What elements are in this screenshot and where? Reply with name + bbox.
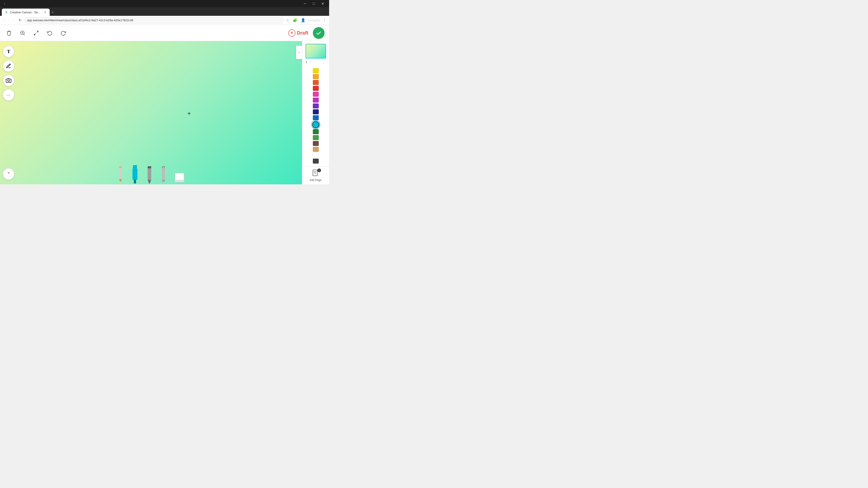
- color-swatch-purple[interactable]: [313, 103, 319, 108]
- block-eraser-tool[interactable]: [174, 166, 185, 184]
- block-eraser-icon: [174, 166, 185, 184]
- svg-line-1: [24, 34, 25, 35]
- app-toolbar: ✕ Draft: [0, 25, 329, 41]
- svg-marker-10: [120, 182, 121, 184]
- marker-icon: [131, 165, 139, 184]
- page-info: 1 ···: [306, 59, 326, 64]
- delete-button[interactable]: [4, 29, 13, 37]
- tabs-bar: S Creative Canvas - Seesaw ✕ +: [0, 7, 329, 16]
- gray-pen-tool[interactable]: [146, 166, 153, 184]
- pencil-icon: [117, 166, 124, 184]
- more-tools-button[interactable]: ···: [3, 89, 14, 101]
- incognito-label: Incognito: [308, 19, 320, 22]
- active-tab[interactable]: S Creative Canvas - Seesaw ✕: [2, 8, 50, 16]
- page-number: 1: [306, 60, 307, 64]
- svg-rect-8: [119, 168, 122, 179]
- svg-point-20: [163, 167, 164, 168]
- quote-tool-area: ": [3, 168, 14, 180]
- draft-label: Draft: [297, 30, 308, 36]
- canvas[interactable]: T ··· + ": [0, 41, 302, 184]
- svg-rect-25: [175, 180, 184, 182]
- svg-rect-11: [133, 165, 137, 168]
- eraser-pen-tool[interactable]: [160, 166, 167, 184]
- page-more-button[interactable]: ···: [309, 59, 313, 64]
- gray-pen-icon: [146, 166, 153, 184]
- forward-button[interactable]: →: [9, 18, 16, 23]
- text-tool-button[interactable]: T: [3, 46, 14, 57]
- color-swatch-dark-blue[interactable]: [313, 109, 319, 114]
- add-page-label: Add Page: [310, 178, 322, 182]
- tab-favicon: S: [4, 10, 8, 14]
- zoom-in-button[interactable]: [18, 29, 27, 37]
- title-bar: ‹ ─ □ ✕: [0, 0, 329, 7]
- profile-button[interactable]: 👤: [300, 17, 306, 23]
- pen-icon: [6, 63, 11, 69]
- new-tab-button[interactable]: +: [50, 9, 56, 16]
- close-button[interactable]: ✕: [319, 1, 327, 7]
- drawing-tools-bar: [110, 164, 192, 184]
- svg-rect-21: [162, 168, 165, 180]
- svg-rect-13: [134, 180, 136, 184]
- camera-tool-button[interactable]: [3, 74, 14, 86]
- add-page-icon-container: +: [312, 169, 319, 177]
- undo-button[interactable]: [45, 29, 54, 37]
- draft-icon: ✕: [288, 29, 296, 37]
- right-panel: › 1 ··· + Add Page: [302, 41, 329, 184]
- quote-icon: ": [8, 171, 9, 177]
- color-swatch-dark-gray[interactable]: [313, 159, 319, 164]
- eraser-pen-icon: [160, 166, 167, 184]
- color-swatch-orange[interactable]: [313, 74, 319, 79]
- menu-button[interactable]: ⋮: [322, 17, 327, 23]
- color-palette: [312, 68, 319, 164]
- color-swatch-red-orange[interactable]: [313, 80, 319, 85]
- back-button[interactable]: ←: [2, 18, 8, 23]
- reload-button[interactable]: ↻: [17, 17, 23, 23]
- main-area: T ··· + ": [0, 41, 329, 184]
- svg-line-4: [37, 31, 38, 33]
- left-toolbar: T ···: [3, 46, 14, 101]
- svg-point-6: [8, 80, 9, 82]
- draft-button[interactable]: ✕ Draft: [288, 29, 308, 37]
- svg-line-5: [34, 33, 36, 35]
- add-page-area[interactable]: + Add Page: [302, 166, 329, 184]
- page-thumbnail[interactable]: [306, 44, 326, 59]
- color-swatch-tan[interactable]: [313, 147, 319, 152]
- address-bar: ← → ↻ ☆ 🧩 👤 Incognito ⋮: [0, 16, 329, 25]
- svg-rect-16: [148, 168, 151, 180]
- redo-button[interactable]: [59, 29, 68, 37]
- marker-tool[interactable]: [131, 165, 139, 184]
- tab-nav-back[interactable]: ‹: [3, 1, 6, 6]
- chevron-right-icon: ›: [298, 51, 300, 55]
- color-swatch-yellow[interactable]: [313, 68, 319, 73]
- color-swatch-white[interactable]: [313, 153, 319, 158]
- color-swatch-magenta[interactable]: [313, 98, 319, 103]
- pen-tool-button[interactable]: [3, 60, 14, 72]
- color-swatch-blue[interactable]: [313, 115, 319, 120]
- pencil-tool[interactable]: [117, 166, 124, 184]
- svg-rect-7: [119, 166, 122, 168]
- add-badge: +: [317, 168, 321, 172]
- maximize-button[interactable]: □: [310, 1, 317, 7]
- color-swatch-red[interactable]: [313, 86, 319, 91]
- panel-toggle[interactable]: ›: [296, 46, 302, 59]
- text-icon: T: [7, 48, 10, 55]
- color-swatch-pink[interactable]: [313, 92, 319, 97]
- color-swatch-light-green[interactable]: [313, 135, 319, 140]
- svg-rect-15: [148, 166, 151, 168]
- url-input[interactable]: [24, 17, 284, 24]
- quote-tool-button[interactable]: ": [3, 168, 14, 180]
- svg-rect-12: [132, 168, 137, 180]
- submit-button[interactable]: [313, 27, 324, 39]
- camera-icon: [6, 78, 11, 83]
- fullscreen-button[interactable]: [32, 29, 41, 37]
- canvas-cursor: +: [187, 110, 191, 117]
- tab-title: Creative Canvas - Seesaw: [10, 11, 41, 14]
- extensions-button[interactable]: 🧩: [292, 17, 298, 23]
- color-swatch-cyan[interactable]: [312, 121, 319, 128]
- color-swatch-brown[interactable]: [313, 141, 319, 146]
- more-icon: ···: [6, 93, 11, 97]
- minimize-button[interactable]: ─: [302, 1, 309, 7]
- color-swatch-green[interactable]: [313, 129, 319, 134]
- bookmark-button[interactable]: ☆: [285, 17, 290, 23]
- tab-close-button[interactable]: ✕: [43, 10, 47, 14]
